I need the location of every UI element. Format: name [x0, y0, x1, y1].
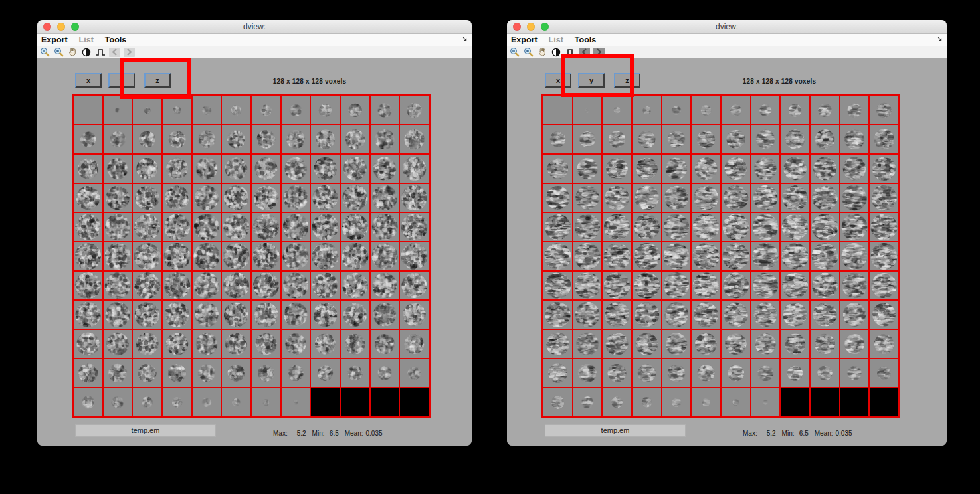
empty-black-cell[interactable]: [780, 388, 810, 417]
slice-cell[interactable]: [192, 300, 222, 329]
slice-cell[interactable]: [162, 125, 192, 154]
slice-cell[interactable]: [632, 212, 662, 242]
slice-cell[interactable]: [192, 388, 222, 417]
slice-cell[interactable]: [780, 359, 810, 388]
empty-black-cell[interactable]: [399, 388, 429, 417]
slice-cell[interactable]: [751, 300, 781, 329]
slice-cell[interactable]: [103, 300, 133, 329]
slice-cell[interactable]: [662, 388, 692, 417]
slice-cell[interactable]: [780, 183, 810, 212]
slice-cell[interactable]: [370, 125, 400, 154]
slice-cell[interactable]: [162, 271, 192, 300]
slice-cell[interactable]: [602, 388, 632, 417]
slice-cell[interactable]: [840, 300, 870, 329]
slice-cell[interactable]: [340, 271, 370, 300]
slice-cell[interactable]: [840, 359, 870, 388]
slice-cell[interactable]: [602, 242, 632, 271]
slice-cell[interactable]: [543, 329, 573, 359]
slice-cell[interactable]: [103, 242, 133, 271]
slice-cell[interactable]: [281, 388, 311, 417]
slice-cell[interactable]: [132, 154, 162, 183]
back-arrow-icon[interactable]: [579, 48, 590, 57]
menu-tools[interactable]: Tools: [105, 35, 126, 44]
slice-cell[interactable]: [103, 359, 133, 388]
slice-cell[interactable]: [132, 212, 162, 242]
slice-cell[interactable]: [132, 183, 162, 212]
slice-cell[interactable]: [869, 212, 899, 242]
slice-cell[interactable]: [543, 212, 573, 242]
zoom-out-icon[interactable]: [509, 47, 520, 57]
slice-cell[interactable]: [662, 125, 692, 154]
slice-cell[interactable]: [721, 329, 751, 359]
slice-cell[interactable]: [73, 212, 103, 242]
slice-cell[interactable]: [602, 96, 632, 125]
slice-cell[interactable]: [251, 154, 281, 183]
dock-figure-icon[interactable]: [462, 37, 468, 42]
slice-cell[interactable]: [399, 96, 429, 125]
slice-cell[interactable]: [810, 242, 840, 271]
slice-cell[interactable]: [691, 388, 721, 417]
y-axis-button[interactable]: y: [108, 73, 135, 88]
slice-cell[interactable]: [340, 154, 370, 183]
slice-cell[interactable]: [399, 300, 429, 329]
slice-cell[interactable]: [810, 154, 840, 183]
slice-cell[interactable]: [840, 125, 870, 154]
slice-cell[interactable]: [340, 329, 370, 359]
slice-cell[interactable]: [602, 183, 632, 212]
slice-cell[interactable]: [810, 300, 840, 329]
slice-cell[interactable]: [370, 154, 400, 183]
slice-cell[interactable]: [251, 359, 281, 388]
slice-cell[interactable]: [662, 183, 692, 212]
slice-cell[interactable]: [543, 96, 573, 125]
slice-cell[interactable]: [721, 154, 751, 183]
slice-cell[interactable]: [691, 359, 721, 388]
slice-cell[interactable]: [573, 388, 603, 417]
slice-cell[interactable]: [340, 242, 370, 271]
slice-cell[interactable]: [721, 359, 751, 388]
slice-cell[interactable]: [221, 242, 251, 271]
zoom-in-icon[interactable]: [53, 47, 64, 57]
slice-cell[interactable]: [810, 271, 840, 300]
slice-cell[interactable]: [543, 183, 573, 212]
slice-cell[interactable]: [662, 329, 692, 359]
slice-grid[interactable]: [72, 94, 431, 418]
slice-cell[interactable]: [399, 359, 429, 388]
slice-cell[interactable]: [340, 96, 370, 125]
slice-cell[interactable]: [869, 154, 899, 183]
z-axis-button[interactable]: z: [614, 73, 640, 88]
slice-cell[interactable]: [602, 125, 632, 154]
step-plot-icon[interactable]: [95, 47, 106, 57]
slice-cell[interactable]: [340, 359, 370, 388]
slice-cell[interactable]: [602, 329, 632, 359]
slice-cell[interactable]: [399, 183, 429, 212]
slice-cell[interactable]: [162, 96, 192, 125]
close-button[interactable]: [43, 23, 51, 31]
slice-cell[interactable]: [632, 329, 662, 359]
slice-cell[interactable]: [780, 125, 810, 154]
slice-cell[interactable]: [632, 242, 662, 271]
slice-cell[interactable]: [780, 242, 810, 271]
slice-cell[interactable]: [543, 271, 573, 300]
slice-cell[interactable]: [632, 96, 662, 125]
slice-cell[interactable]: [251, 96, 281, 125]
slice-cell[interactable]: [221, 359, 251, 388]
slice-cell[interactable]: [73, 125, 103, 154]
slice-cell[interactable]: [602, 359, 632, 388]
slice-cell[interactable]: [221, 96, 251, 125]
slice-cell[interactable]: [192, 359, 222, 388]
slice-cell[interactable]: [132, 388, 162, 417]
slice-cell[interactable]: [751, 329, 781, 359]
slice-cell[interactable]: [721, 125, 751, 154]
slice-cell[interactable]: [632, 359, 662, 388]
slice-cell[interactable]: [691, 96, 721, 125]
slice-cell[interactable]: [221, 388, 251, 417]
slice-cell[interactable]: [132, 96, 162, 125]
slice-cell[interactable]: [810, 212, 840, 242]
slice-cell[interactable]: [543, 300, 573, 329]
slice-cell[interactable]: [751, 125, 781, 154]
zoom-out-icon[interactable]: [39, 47, 50, 57]
slice-cell[interactable]: [869, 359, 899, 388]
slice-cell[interactable]: [869, 242, 899, 271]
slice-cell[interactable]: [103, 96, 133, 125]
slice-cell[interactable]: [780, 329, 810, 359]
